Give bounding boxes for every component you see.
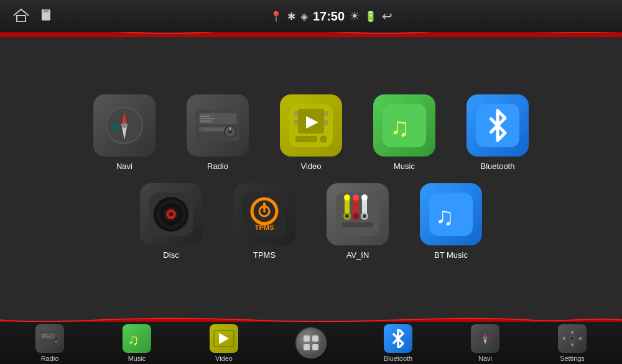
- bottom-bar: Radio ♫ Music Video: [0, 322, 622, 364]
- svg-point-61: [345, 214, 349, 218]
- tpms-icon: TPMS: [233, 183, 295, 245]
- svg-text:♫: ♫: [435, 202, 454, 230]
- app-disc[interactable]: Disc: [137, 183, 205, 260]
- svg-rect-81: [571, 331, 573, 334]
- avin-label: AV_IN: [346, 250, 369, 260]
- app-navi[interactable]: Navi: [90, 94, 159, 171]
- svg-rect-24: [294, 120, 298, 125]
- brightness-icon[interactable]: ☀: [350, 9, 360, 23]
- svg-rect-3: [45, 9, 47, 12]
- btmusic-icon: ♫: [420, 183, 482, 245]
- app-row-1: Navi: [90, 94, 532, 171]
- bottom-radio[interactable]: Radio: [28, 324, 72, 362]
- signal-icon: ◈: [300, 11, 308, 22]
- svg-rect-29: [295, 136, 317, 142]
- svg-marker-72: [219, 333, 229, 344]
- bottom-video-label: Video: [215, 355, 233, 362]
- tpms-label: TPMS: [253, 250, 276, 260]
- svg-point-51: [353, 194, 359, 201]
- svg-text:♫: ♫: [128, 331, 139, 348]
- svg-rect-62: [342, 222, 373, 227]
- app-btmusic[interactable]: ♫ BT Music: [417, 183, 485, 260]
- battery-icon: 🔋: [364, 11, 377, 22]
- svg-point-10: [111, 124, 119, 131]
- svg-point-59: [344, 194, 350, 201]
- navi-icon: [93, 94, 156, 157]
- svg-rect-0: [17, 16, 26, 22]
- svg-text:♫: ♫: [390, 112, 410, 142]
- bottom-navi-icon: [471, 324, 499, 353]
- bottom-music-label: Music: [128, 355, 146, 362]
- app-tpms[interactable]: TPMS TPMS: [230, 183, 299, 260]
- bottom-bluetooth[interactable]: Bluetooth: [376, 324, 420, 362]
- disc-icon: [140, 183, 202, 245]
- video-icon: [280, 94, 342, 157]
- bottom-settings-label: Settings: [560, 355, 585, 362]
- app-video[interactable]: Video: [277, 94, 345, 171]
- bottom-video-icon: [210, 324, 238, 353]
- svg-point-70: [54, 340, 58, 344]
- app-bluetooth[interactable]: Bluetooth: [463, 94, 532, 171]
- bottom-radio-label: Radio: [41, 355, 59, 362]
- svg-point-80: [570, 337, 574, 340]
- bottom-settings[interactable]: Settings: [550, 324, 594, 362]
- bottom-music[interactable]: ♫ Music: [115, 324, 159, 362]
- app-music[interactable]: ♫ Music: [370, 94, 439, 171]
- app-avin[interactable]: AV_IN: [323, 183, 392, 260]
- svg-point-47: [263, 210, 266, 212]
- app-row-2: Disc TPMS TPMS: [137, 183, 485, 260]
- bottom-navi[interactable]: Navi: [463, 324, 507, 362]
- home-icon[interactable]: [12, 8, 30, 24]
- status-bar: 📍 ✱ ◈ 17:50 ☀ 🔋 ↩: [0, 0, 622, 32]
- svg-point-42: [169, 212, 173, 216]
- svg-point-53: [354, 214, 358, 218]
- svg-point-57: [363, 214, 366, 218]
- bluetooth-status-icon: ✱: [287, 11, 295, 22]
- bottom-bluetooth-icon: [384, 324, 412, 353]
- bluetooth-main-icon: [466, 94, 529, 157]
- svg-point-77: [484, 337, 486, 340]
- bottom-home[interactable]: [289, 327, 333, 358]
- status-left: [12, 8, 53, 24]
- svg-rect-82: [571, 344, 573, 346]
- svg-point-30: [320, 135, 327, 143]
- svg-point-9: [122, 123, 127, 128]
- home-button[interactable]: [295, 327, 327, 358]
- video-label: Video: [300, 162, 321, 171]
- navi-label: Navi: [116, 162, 132, 171]
- bottom-video[interactable]: Video: [202, 324, 246, 362]
- svg-rect-66: [41, 333, 55, 339]
- bluetooth-label: Bluetooth: [481, 162, 515, 171]
- radio-label: Radio: [207, 162, 228, 171]
- svg-rect-84: [579, 337, 582, 340]
- svg-point-20: [228, 130, 232, 134]
- avin-icon: [327, 183, 389, 245]
- svg-rect-23: [294, 111, 298, 116]
- svg-rect-25: [324, 111, 328, 116]
- bottom-music-icon: ♫: [123, 324, 151, 353]
- music-icon: ♫: [373, 94, 435, 157]
- grid-icon: [304, 335, 318, 350]
- bottom-bluetooth-label: Bluetooth: [384, 355, 412, 362]
- disc-label: Disc: [163, 250, 179, 260]
- music-label: Music: [394, 162, 415, 171]
- svg-rect-83: [563, 337, 565, 340]
- svg-rect-26: [324, 120, 328, 125]
- status-center: 📍 ✱ ◈ 17:50 ☀ 🔋 ↩: [270, 9, 392, 24]
- app-radio[interactable]: Radio: [183, 94, 252, 171]
- svg-rect-2: [44, 9, 45, 12]
- main-content: Navi: [0, 32, 622, 322]
- back-icon[interactable]: ↩: [382, 9, 392, 24]
- sd-card-icon[interactable]: [39, 8, 53, 24]
- bottom-navi-label: Navi: [478, 355, 492, 362]
- btmusic-label: BT Music: [434, 250, 468, 260]
- bottom-radio-icon: [35, 324, 64, 353]
- svg-point-55: [361, 194, 368, 201]
- bottom-settings-icon: [558, 324, 587, 353]
- location-icon: 📍: [270, 11, 282, 22]
- svg-text:TPMS: TPMS: [255, 224, 274, 231]
- svg-rect-4: [47, 9, 49, 12]
- radio-icon: [187, 94, 249, 157]
- status-time: 17:50: [313, 9, 345, 24]
